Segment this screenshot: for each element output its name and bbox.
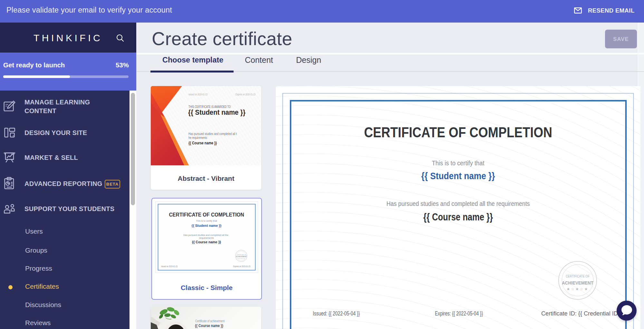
- svg-text:Issued on 2020-01-23: Issued on 2020-01-23: [188, 93, 207, 96]
- svg-text:Has pursued studies and comple: Has pursued studies and completed all th…: [387, 200, 530, 207]
- svg-text:CERTIFICATE OF: CERTIFICATE OF: [237, 254, 246, 256]
- svg-text:Expires on 2020-01-23: Expires on 2020-01-23: [233, 265, 250, 268]
- svg-text:Issued: {{ 2022-05-04 }}: Issued: {{ 2022-05-04 }}: [313, 310, 360, 317]
- svg-text:{{ Course name }}: {{ Course name }}: [188, 141, 217, 145]
- svg-text:{{ Student name }}: {{ Student name }}: [421, 171, 495, 181]
- svg-text:{{ Student name }}: {{ Student name }}: [188, 109, 246, 116]
- svg-text:THIS CERTIFICATE IS AWARDED TO: THIS CERTIFICATE IS AWARDED TO: [188, 105, 231, 109]
- svg-text:he requirements: he requirements: [188, 136, 207, 140]
- svg-text:Issued on 2020-01-23: Issued on 2020-01-23: [161, 265, 178, 268]
- svg-text:Has pursued studies and comple: Has pursued studies and completed all t: [188, 132, 237, 136]
- svg-text:This is to certify that: This is to certify that: [196, 219, 217, 222]
- svg-text:requirements: requirements: [199, 237, 214, 239]
- svg-text:Expires on 2020-01-23: Expires on 2020-01-23: [235, 93, 255, 96]
- svg-text:Certificate ID: {{ Credential: Certificate ID: {{ Credential ID }}: [541, 310, 623, 317]
- svg-text:{{ Course name }}: {{ Course name }}: [192, 240, 221, 244]
- svg-text:{{ Course name }}: {{ Course name }}: [423, 211, 493, 223]
- svg-text:★☆★☆★: ★☆★☆★: [567, 287, 589, 291]
- svg-text:{{ Course name }}: {{ Course name }}: [195, 323, 224, 328]
- svg-text:Has pursued studies and comple: Has pursued studies and completed all th…: [183, 234, 228, 237]
- svg-text:{{ Student name }}: {{ Student name }}: [192, 224, 222, 227]
- svg-text:CERTIFICATE OF: CERTIFICATE OF: [566, 274, 590, 278]
- svg-text:★ ★ ★ ★ ★: ★ ★ ★ ★ ★: [238, 258, 245, 259]
- svg-text:Expires: {{ 2022-05-04 }}: Expires: {{ 2022-05-04 }}: [435, 310, 483, 317]
- svg-text:This is to certify that: This is to certify that: [432, 160, 485, 167]
- svg-text:ACHIEVEMENT: ACHIEVEMENT: [562, 280, 593, 285]
- svg-text:CERTIFICATE OF COMPLETION: CERTIFICATE OF COMPLETION: [169, 212, 244, 218]
- svg-text:ACHIEVEMENT: ACHIEVEMENT: [236, 256, 247, 257]
- svg-text:CERTIFICATE OF COMPLETION: CERTIFICATE OF COMPLETION: [364, 124, 552, 140]
- svg-text:Certificate of achievement: Certificate of achievement: [195, 319, 225, 323]
